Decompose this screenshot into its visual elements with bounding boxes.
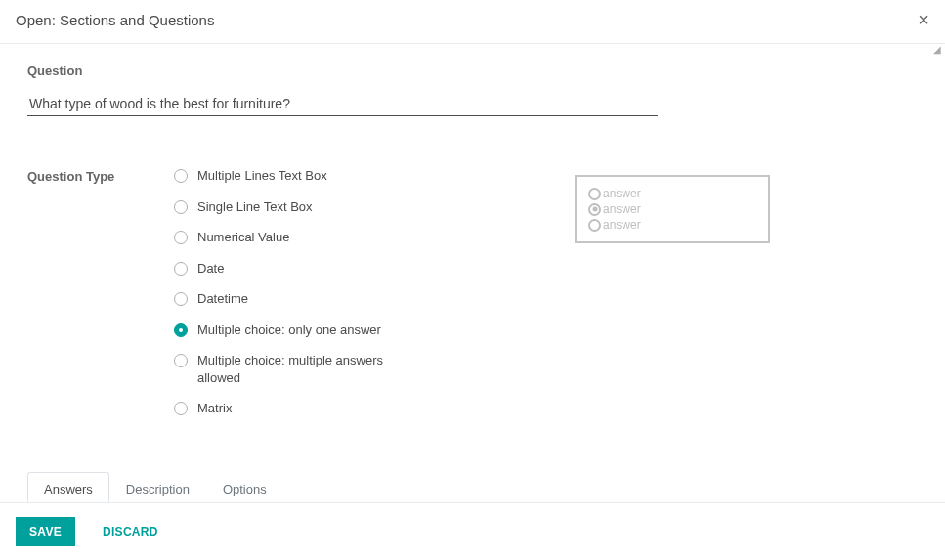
radio-label: Numerical Value — [197, 229, 289, 246]
radio-label: Datetime — [197, 290, 248, 308]
radio-icon — [174, 200, 188, 214]
preview-radio-icon — [588, 219, 601, 232]
question-label: Question — [27, 64, 918, 78]
preview-radio-icon — [588, 188, 601, 200]
question-type-preview: answer answer answer — [575, 175, 770, 243]
radio-icon — [174, 231, 188, 244]
radio-icon — [174, 262, 188, 276]
radio-option-numerical[interactable]: Numerical Value — [174, 229, 545, 246]
question-type-label: Question Type — [27, 167, 174, 184]
question-input[interactable] — [27, 92, 658, 116]
preview-radio-icon — [588, 203, 601, 216]
dialog-title: Open: Sections and Questions — [16, 12, 214, 28]
preview-answer-label: answer — [603, 202, 641, 216]
save-button[interactable]: SAVE — [16, 517, 75, 546]
preview-row: answer — [588, 187, 756, 200]
dialog: Open: Sections and Questions × ◢ Questio… — [0, 0, 945, 560]
radio-option-multiple-lines[interactable]: Multiple Lines Text Box — [174, 167, 545, 185]
tab-answers[interactable]: Answers — [27, 472, 109, 502]
radio-option-matrix[interactable]: Matrix — [174, 400, 545, 417]
radio-icon — [174, 402, 188, 415]
radio-label: Multiple choice: multiple answers allowe… — [197, 352, 412, 386]
dialog-body[interactable]: Question Question Type Multiple Lines Te… — [0, 44, 945, 502]
tab-options[interactable]: Options — [206, 472, 283, 502]
radio-label: Matrix — [197, 400, 232, 417]
preview-row: answer — [588, 202, 756, 216]
discard-button[interactable]: DISCARD — [89, 517, 172, 546]
radio-label: Multiple Lines Text Box — [197, 167, 327, 185]
radio-icon — [174, 323, 188, 337]
radio-icon — [174, 292, 188, 306]
radio-option-multiple-choice-one[interactable]: Multiple choice: only one answer — [174, 322, 545, 339]
radio-icon — [174, 169, 188, 183]
radio-label: Date — [197, 260, 224, 278]
dialog-header: Open: Sections and Questions × — [0, 0, 945, 44]
question-type-options: Multiple Lines Text Box Single Line Text… — [174, 167, 545, 431]
radio-option-single-line[interactable]: Single Line Text Box — [174, 198, 545, 216]
close-icon[interactable]: × — [918, 10, 929, 29]
radio-option-multiple-choice-many[interactable]: Multiple choice: multiple answers allowe… — [174, 352, 545, 386]
radio-option-date[interactable]: Date — [174, 260, 545, 278]
dialog-footer: SAVE DISCARD — [0, 502, 945, 560]
preview-answer-label: answer — [603, 218, 641, 232]
radio-label: Multiple choice: only one answer — [197, 322, 381, 339]
preview-row: answer — [588, 218, 756, 232]
preview-answer-label: answer — [603, 187, 641, 200]
radio-option-datetime[interactable]: Datetime — [174, 290, 545, 308]
radio-label: Single Line Text Box — [197, 198, 313, 216]
tabs: Answers Description Options — [27, 472, 918, 502]
tab-description[interactable]: Description — [109, 472, 206, 502]
radio-icon — [174, 354, 188, 367]
